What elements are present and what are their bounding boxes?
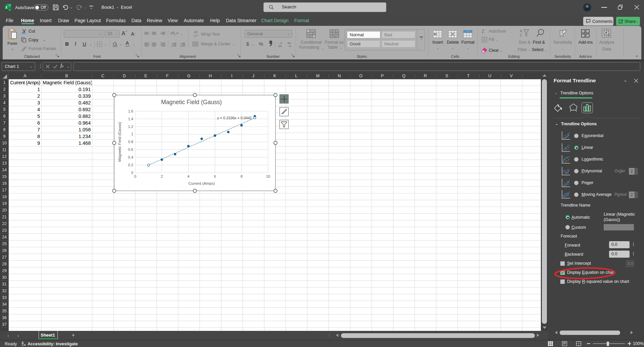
svg-text:8: 8	[241, 174, 243, 178]
svg-text:0: 0	[134, 174, 136, 178]
svg-text:0.2: 0.2	[128, 163, 133, 167]
svg-text:10: 10	[266, 174, 270, 178]
svg-text:1.4: 1.4	[128, 117, 133, 121]
svg-text:A: A	[520, 29, 522, 33]
svg-text:2: 2	[161, 174, 163, 178]
svg-text:Magnetic Field (Gauss): Magnetic Field (Gauss)	[118, 122, 122, 162]
svg-text:0.8: 0.8	[128, 140, 133, 144]
svg-text:X: X	[5, 6, 8, 9]
svg-text:Current (Amps): Current (Amps)	[188, 181, 215, 185]
svg-text:1: 1	[131, 132, 133, 136]
svg-text:0: 0	[131, 171, 133, 175]
svg-text:y = 0.1536x + 0.0441: y = 0.1536x + 0.0441	[217, 116, 252, 120]
svg-text:4: 4	[187, 174, 189, 178]
svg-text:1.6: 1.6	[128, 109, 133, 113]
svg-text:Z: Z	[520, 33, 522, 37]
svg-text:6: 6	[214, 174, 216, 178]
svg-text:Magnetic Field (Gauss): Magnetic Field (Gauss)	[161, 99, 222, 105]
svg-text:0.4: 0.4	[128, 155, 133, 159]
svg-text:0.6: 0.6	[128, 147, 133, 151]
svg-text:1.2: 1.2	[128, 125, 133, 129]
